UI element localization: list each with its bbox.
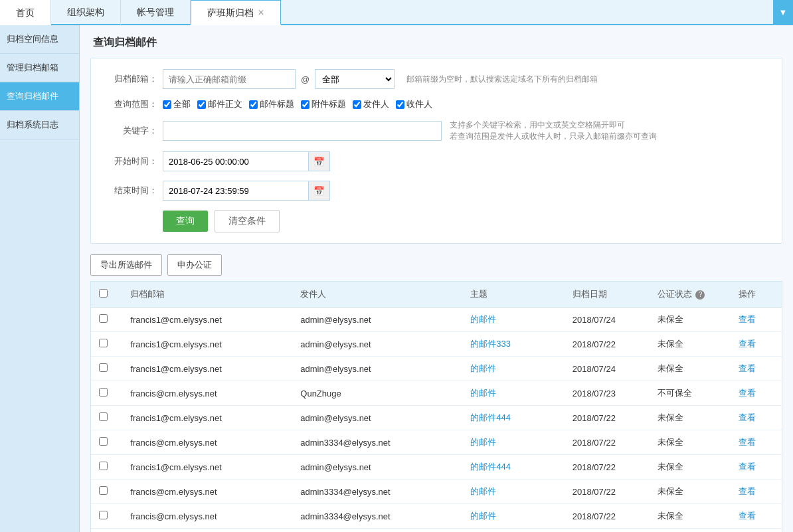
row-subject[interactable]: 的邮件 xyxy=(462,357,565,381)
view-link[interactable]: 查看 xyxy=(739,388,756,398)
row-subject[interactable]: 的邮件444 xyxy=(462,455,565,480)
range-check-recipient[interactable]: 收件人 xyxy=(396,98,432,110)
at-sign: @ xyxy=(296,74,315,84)
start-time-row: 开始时间： 📅 xyxy=(104,151,768,171)
row-checkbox[interactable] xyxy=(99,462,108,470)
row-subject[interactable]: 的邮件 xyxy=(462,381,565,406)
view-link[interactable]: 查看 xyxy=(739,412,756,422)
row-checkbox[interactable] xyxy=(99,437,108,446)
view-link[interactable]: 查看 xyxy=(739,363,756,373)
row-action[interactable]: 查看 xyxy=(731,332,782,357)
start-time-calendar-btn[interactable]: 📅 xyxy=(309,151,330,171)
row-subject[interactable]: 的邮件 xyxy=(462,480,565,504)
row-action[interactable]: 查看 xyxy=(731,480,782,504)
row-subject[interactable]: 的邮件 xyxy=(462,504,565,529)
view-link[interactable]: 查看 xyxy=(739,511,756,521)
row-status: 未保全 xyxy=(650,308,731,332)
export-button[interactable]: 导出所选邮件 xyxy=(90,254,162,276)
keyword-input[interactable] xyxy=(163,121,442,141)
tab-account[interactable]: 帐号管理 xyxy=(121,0,191,25)
row-checkbox[interactable] xyxy=(99,412,108,421)
row-checkbox[interactable] xyxy=(99,511,108,519)
clear-button[interactable]: 清空条件 xyxy=(215,210,280,232)
sidebar-item-query-archive[interactable]: 查询归档邮件 xyxy=(0,82,79,111)
row-action[interactable]: 查看 xyxy=(731,381,782,406)
keyword-hint2: 若查询范围是发件人或收件人时，只录入邮箱前缀亦可查询 xyxy=(450,131,657,142)
row-checkbox[interactable] xyxy=(99,339,108,347)
notary-button[interactable]: 申办公证 xyxy=(167,254,222,276)
tab-close-icon[interactable]: ✕ xyxy=(258,0,264,25)
keyword-label: 关键字： xyxy=(104,125,157,137)
end-time-calendar-btn[interactable]: 📅 xyxy=(309,181,330,201)
row-checkbox[interactable] xyxy=(99,363,108,372)
row-action[interactable]: 查看 xyxy=(731,529,782,533)
end-time-input[interactable] xyxy=(163,181,309,201)
row-mailbox: francis@cm.elysys.net xyxy=(122,430,292,455)
view-link[interactable]: 查看 xyxy=(739,462,756,472)
tab-org[interactable]: 组织架构 xyxy=(51,0,121,25)
row-action[interactable]: 查看 xyxy=(731,406,782,430)
row-subject[interactable]: 的邮件444 xyxy=(462,406,565,430)
row-date: 2018/07/22 xyxy=(565,455,650,480)
row-status: 未保全 xyxy=(650,504,731,529)
domain-select[interactable]: 全部 xyxy=(315,69,395,89)
tab-dropdown-btn[interactable]: ▼ xyxy=(773,0,793,25)
range-check-all[interactable]: 全部 xyxy=(163,98,191,110)
keyword-row: 关键字： 支持多个关键字检索，用中文或英文空格隔开即可 若查询范围是发件人或收件… xyxy=(104,120,768,142)
table-row: francis@cm.elysys.net admin3334@elysys.n… xyxy=(91,430,782,455)
select-all-checkbox[interactable] xyxy=(99,289,108,298)
row-action[interactable]: 查看 xyxy=(731,430,782,455)
row-checkbox[interactable] xyxy=(99,388,108,397)
range-check-subject[interactable]: 邮件标题 xyxy=(249,98,294,110)
view-link[interactable]: 查看 xyxy=(739,314,756,324)
end-time-row: 结束时间： 📅 xyxy=(104,181,768,201)
row-mailbox: francis1@cm.elysys.net xyxy=(122,406,292,430)
view-link[interactable]: 查看 xyxy=(739,486,756,496)
row-action[interactable]: 查看 xyxy=(731,357,782,381)
row-checkbox[interactable] xyxy=(99,486,108,495)
row-subject[interactable]: 的邮件 xyxy=(462,430,565,455)
row-mailbox: francis1@cm.elysys.net xyxy=(122,455,292,480)
row-subject[interactable]: 的邮件333 xyxy=(462,332,565,357)
row-subject[interactable]: 的邮件 xyxy=(462,308,565,332)
table-row: francis1@cm.elysys.net admin@elysys.net … xyxy=(91,357,782,381)
row-checkbox-cell xyxy=(91,529,122,533)
row-action[interactable]: 查看 xyxy=(731,308,782,332)
range-check-attachment[interactable]: 附件标题 xyxy=(301,98,346,110)
row-checkbox-cell xyxy=(91,430,122,455)
layout: 归档空间信息 管理归档邮箱 查询归档邮件 归档系统日志 查询归档邮件 归档邮箱：… xyxy=(0,25,793,532)
range-check-body[interactable]: 邮件正文 xyxy=(197,98,242,110)
tab-archive[interactable]: 萨班斯归档 ✕ xyxy=(191,0,281,25)
sidebar-item-space-info[interactable]: 归档空间信息 xyxy=(0,25,79,54)
range-check-sender[interactable]: 发件人 xyxy=(353,98,389,110)
col-header-subject: 主题 xyxy=(462,282,565,308)
start-time-group: 📅 xyxy=(163,151,330,171)
row-date: 2018/07/22 xyxy=(565,504,650,529)
row-mailbox: francis@cm.elysys.net xyxy=(122,504,292,529)
tab-home[interactable]: 首页 xyxy=(0,0,51,25)
col-header-mailbox: 归档邮箱 xyxy=(122,282,292,308)
query-button[interactable]: 查询 xyxy=(163,211,208,232)
row-action[interactable]: 查看 xyxy=(731,455,782,480)
table-header-row: 归档邮箱 发件人 主题 归档日期 公证状态 ? 操作 xyxy=(91,282,782,308)
row-status: 未保全 xyxy=(650,529,731,533)
row-checkbox[interactable] xyxy=(99,314,108,323)
table-row: francis@cm.elysys.net admin3334@elysys.n… xyxy=(91,504,782,529)
row-sender: admin@elysys.net xyxy=(292,406,462,430)
row-checkbox-cell xyxy=(91,332,122,357)
row-subject[interactable]: 的邮件 xyxy=(462,529,565,533)
sidebar: 归档空间信息 管理归档邮箱 查询归档邮件 归档系统日志 xyxy=(0,25,80,532)
status-info-icon[interactable]: ? xyxy=(695,290,705,300)
sidebar-item-manage-mailbox[interactable]: 管理归档邮箱 xyxy=(0,54,79,82)
view-link[interactable]: 查看 xyxy=(739,339,756,349)
mailbox-prefix-input[interactable] xyxy=(163,69,296,89)
sidebar-item-system-log[interactable]: 归档系统日志 xyxy=(0,111,79,139)
mailbox-input-group: @ 全部 xyxy=(163,69,398,89)
row-sender: admin@elysys.net xyxy=(292,455,462,480)
start-time-input[interactable] xyxy=(163,151,309,171)
row-mailbox: francis1@cm.elysys.net xyxy=(122,308,292,332)
row-action[interactable]: 查看 xyxy=(731,504,782,529)
row-checkbox-cell xyxy=(91,357,122,381)
row-sender: admin@elysys.net xyxy=(292,308,462,332)
view-link[interactable]: 查看 xyxy=(739,437,756,447)
